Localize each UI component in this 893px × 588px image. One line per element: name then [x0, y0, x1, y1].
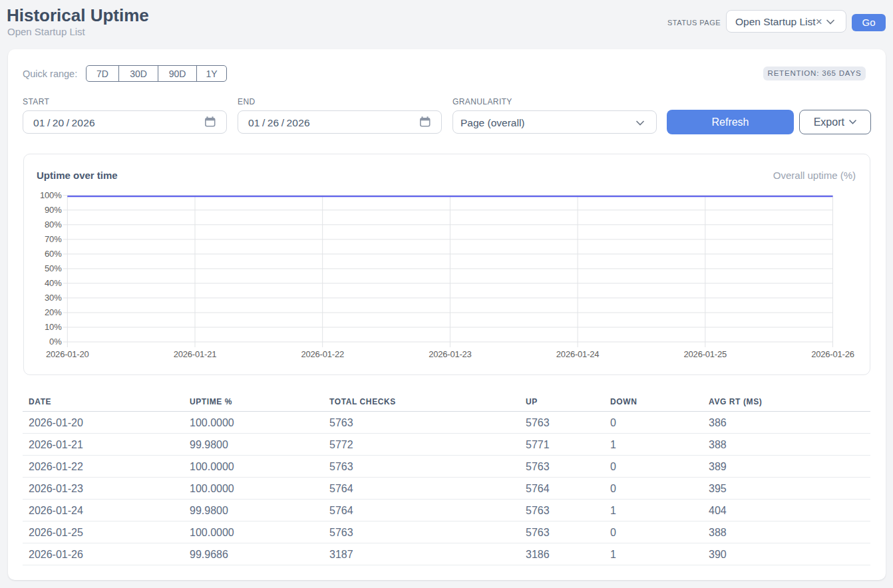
svg-text:2026-01-20: 2026-01-20: [46, 349, 89, 359]
svg-text:2026-01-26: 2026-01-26: [811, 349, 854, 359]
svg-text:2026-01-23: 2026-01-23: [429, 349, 472, 359]
svg-text:80%: 80%: [45, 220, 62, 229]
svg-text:100%: 100%: [40, 190, 62, 200]
svg-text:40%: 40%: [45, 278, 62, 288]
svg-text:2026-01-25: 2026-01-25: [684, 349, 727, 359]
svg-text:2026-01-22: 2026-01-22: [301, 349, 344, 359]
svg-text:10%: 10%: [45, 322, 62, 332]
svg-text:2026-01-21: 2026-01-21: [174, 349, 217, 359]
svg-text:30%: 30%: [45, 293, 62, 303]
svg-text:50%: 50%: [45, 263, 62, 273]
svg-text:0%: 0%: [49, 337, 62, 347]
svg-text:20%: 20%: [45, 307, 62, 317]
svg-text:70%: 70%: [45, 234, 62, 244]
svg-text:2026-01-24: 2026-01-24: [556, 349, 600, 359]
svg-text:60%: 60%: [45, 249, 62, 259]
svg-text:90%: 90%: [45, 205, 62, 215]
